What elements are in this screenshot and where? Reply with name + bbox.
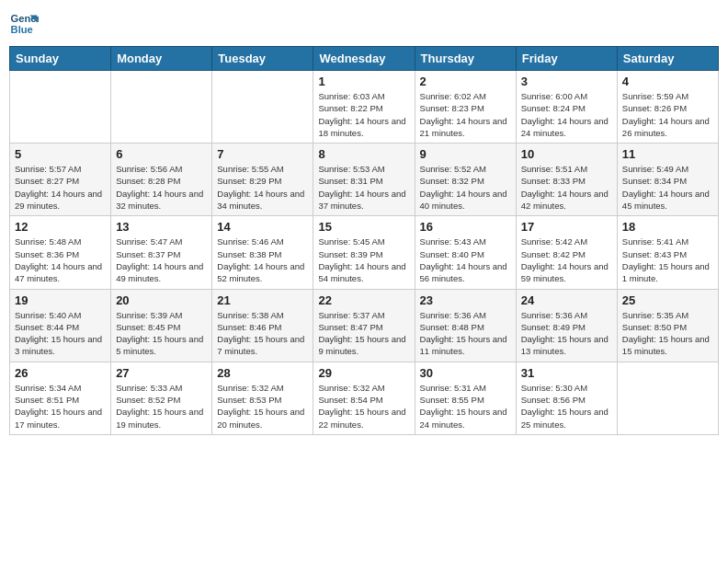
calendar-cell: 7Sunrise: 5:55 AM Sunset: 8:29 PM Daylig…: [212, 144, 313, 216]
day-info: Sunrise: 5:43 AM Sunset: 8:40 PM Dayligh…: [420, 236, 511, 284]
calendar-cell: 30Sunrise: 5:31 AM Sunset: 8:55 PM Dayli…: [415, 362, 516, 434]
header: General Blue: [9, 9, 719, 39]
day-number: 4: [622, 75, 713, 88]
day-number: 13: [116, 220, 207, 234]
day-info: Sunrise: 5:39 AM Sunset: 8:45 PM Dayligh…: [116, 309, 207, 358]
day-info: Sunrise: 5:41 AM Sunset: 8:43 PM Dayligh…: [622, 236, 713, 284]
day-info: Sunrise: 5:37 AM Sunset: 8:47 PM Dayligh…: [318, 309, 409, 358]
calendar-cell: [212, 71, 313, 144]
calendar-cell: [111, 71, 212, 144]
calendar-cell: 5Sunrise: 5:57 AM Sunset: 8:27 PM Daylig…: [10, 144, 111, 216]
day-info: Sunrise: 5:40 AM Sunset: 8:44 PM Dayligh…: [15, 309, 106, 358]
day-info: Sunrise: 5:32 AM Sunset: 8:53 PM Dayligh…: [217, 382, 308, 431]
day-number: 6: [116, 147, 207, 161]
weekday-header-saturday: Saturday: [617, 47, 718, 71]
day-number: 21: [217, 293, 308, 307]
day-info: Sunrise: 5:59 AM Sunset: 8:26 PM Dayligh…: [622, 90, 713, 139]
day-number: 7: [217, 147, 308, 161]
day-number: 23: [420, 293, 511, 307]
day-number: 5: [15, 147, 106, 161]
day-number: 27: [116, 366, 207, 380]
day-info: Sunrise: 5:35 AM Sunset: 8:50 PM Dayligh…: [622, 309, 713, 358]
calendar-cell: 19Sunrise: 5:40 AM Sunset: 8:44 PM Dayli…: [10, 289, 111, 362]
svg-text:Blue: Blue: [11, 24, 33, 35]
day-number: 25: [622, 293, 713, 307]
day-number: 15: [318, 220, 409, 234]
day-number: 10: [521, 147, 612, 161]
day-info: Sunrise: 5:51 AM Sunset: 8:33 PM Dayligh…: [521, 163, 612, 212]
day-info: Sunrise: 6:03 AM Sunset: 8:22 PM Dayligh…: [318, 90, 409, 139]
day-number: 8: [318, 147, 409, 161]
calendar-cell: 1Sunrise: 6:03 AM Sunset: 8:22 PM Daylig…: [313, 71, 415, 144]
calendar-cell: [10, 71, 111, 144]
day-info: Sunrise: 5:38 AM Sunset: 8:46 PM Dayligh…: [217, 309, 308, 358]
calendar-cell: 3Sunrise: 6:00 AM Sunset: 8:24 PM Daylig…: [516, 71, 617, 144]
day-info: Sunrise: 5:55 AM Sunset: 8:29 PM Dayligh…: [217, 163, 308, 212]
day-info: Sunrise: 5:45 AM Sunset: 8:39 PM Dayligh…: [318, 236, 409, 284]
day-number: 3: [521, 75, 612, 88]
calendar-cell: 31Sunrise: 5:30 AM Sunset: 8:56 PM Dayli…: [516, 362, 617, 434]
day-info: Sunrise: 5:31 AM Sunset: 8:55 PM Dayligh…: [420, 382, 511, 431]
calendar-cell: 11Sunrise: 5:49 AM Sunset: 8:34 PM Dayli…: [617, 144, 718, 216]
weekday-header-sunday: Sunday: [10, 47, 111, 71]
calendar-cell: 14Sunrise: 5:46 AM Sunset: 8:38 PM Dayli…: [212, 216, 313, 289]
weekday-header-friday: Friday: [516, 47, 617, 71]
calendar-cell: 27Sunrise: 5:33 AM Sunset: 8:52 PM Dayli…: [111, 362, 212, 434]
weekday-header-monday: Monday: [111, 47, 212, 71]
day-info: Sunrise: 5:30 AM Sunset: 8:56 PM Dayligh…: [521, 382, 612, 431]
day-info: Sunrise: 5:53 AM Sunset: 8:31 PM Dayligh…: [318, 163, 409, 212]
day-number: 22: [318, 293, 409, 307]
calendar-cell: 6Sunrise: 5:56 AM Sunset: 8:28 PM Daylig…: [111, 144, 212, 216]
calendar-cell: 25Sunrise: 5:35 AM Sunset: 8:50 PM Dayli…: [617, 289, 718, 362]
logo: General Blue: [9, 9, 39, 39]
day-number: 17: [521, 220, 612, 234]
day-info: Sunrise: 6:02 AM Sunset: 8:23 PM Dayligh…: [420, 90, 511, 139]
day-info: Sunrise: 5:36 AM Sunset: 8:48 PM Dayligh…: [420, 309, 511, 358]
day-info: Sunrise: 5:49 AM Sunset: 8:34 PM Dayligh…: [622, 163, 713, 212]
calendar-cell: 13Sunrise: 5:47 AM Sunset: 8:37 PM Dayli…: [111, 216, 212, 289]
calendar-cell: 22Sunrise: 5:37 AM Sunset: 8:47 PM Dayli…: [313, 289, 415, 362]
calendar-cell: 8Sunrise: 5:53 AM Sunset: 8:31 PM Daylig…: [313, 144, 415, 216]
calendar-cell: 9Sunrise: 5:52 AM Sunset: 8:32 PM Daylig…: [415, 144, 516, 216]
day-number: 1: [318, 75, 409, 88]
day-number: 9: [420, 147, 511, 161]
weekday-header-wednesday: Wednesday: [313, 47, 415, 71]
day-info: Sunrise: 6:00 AM Sunset: 8:24 PM Dayligh…: [521, 90, 612, 139]
day-number: 24: [521, 293, 612, 307]
day-number: 12: [15, 220, 106, 234]
day-info: Sunrise: 5:47 AM Sunset: 8:37 PM Dayligh…: [116, 236, 207, 284]
calendar-table: SundayMondayTuesdayWednesdayThursdayFrid…: [9, 46, 719, 435]
day-info: Sunrise: 5:36 AM Sunset: 8:49 PM Dayligh…: [521, 309, 612, 358]
day-info: Sunrise: 5:57 AM Sunset: 8:27 PM Dayligh…: [15, 163, 106, 212]
day-info: Sunrise: 5:46 AM Sunset: 8:38 PM Dayligh…: [217, 236, 308, 284]
day-info: Sunrise: 5:32 AM Sunset: 8:54 PM Dayligh…: [318, 382, 409, 431]
calendar-cell: 20Sunrise: 5:39 AM Sunset: 8:45 PM Dayli…: [111, 289, 212, 362]
weekday-header-thursday: Thursday: [415, 47, 516, 71]
calendar-cell: 21Sunrise: 5:38 AM Sunset: 8:46 PM Dayli…: [212, 289, 313, 362]
calendar-cell: 18Sunrise: 5:41 AM Sunset: 8:43 PM Dayli…: [617, 216, 718, 289]
day-number: 28: [217, 366, 308, 380]
day-number: 2: [420, 75, 511, 88]
day-number: 19: [15, 293, 106, 307]
calendar-cell: 10Sunrise: 5:51 AM Sunset: 8:33 PM Dayli…: [516, 144, 617, 216]
weekday-header-tuesday: Tuesday: [212, 47, 313, 71]
calendar-cell: 24Sunrise: 5:36 AM Sunset: 8:49 PM Dayli…: [516, 289, 617, 362]
calendar-cell: [617, 362, 718, 434]
day-number: 11: [622, 147, 713, 161]
day-number: 18: [622, 220, 713, 234]
day-info: Sunrise: 5:56 AM Sunset: 8:28 PM Dayligh…: [116, 163, 207, 212]
day-number: 14: [217, 220, 308, 234]
day-info: Sunrise: 5:48 AM Sunset: 8:36 PM Dayligh…: [15, 236, 106, 284]
calendar-cell: 12Sunrise: 5:48 AM Sunset: 8:36 PM Dayli…: [10, 216, 111, 289]
day-info: Sunrise: 5:33 AM Sunset: 8:52 PM Dayligh…: [116, 382, 207, 431]
day-number: 29: [318, 366, 409, 380]
calendar-cell: 23Sunrise: 5:36 AM Sunset: 8:48 PM Dayli…: [415, 289, 516, 362]
calendar-cell: 15Sunrise: 5:45 AM Sunset: 8:39 PM Dayli…: [313, 216, 415, 289]
day-info: Sunrise: 5:34 AM Sunset: 8:51 PM Dayligh…: [15, 382, 106, 431]
calendar-cell: 2Sunrise: 6:02 AM Sunset: 8:23 PM Daylig…: [415, 71, 516, 144]
logo-icon: General Blue: [9, 9, 39, 39]
day-info: Sunrise: 5:42 AM Sunset: 8:42 PM Dayligh…: [521, 236, 612, 284]
calendar-cell: 28Sunrise: 5:32 AM Sunset: 8:53 PM Dayli…: [212, 362, 313, 434]
calendar-cell: 17Sunrise: 5:42 AM Sunset: 8:42 PM Dayli…: [516, 216, 617, 289]
day-number: 26: [15, 366, 106, 380]
